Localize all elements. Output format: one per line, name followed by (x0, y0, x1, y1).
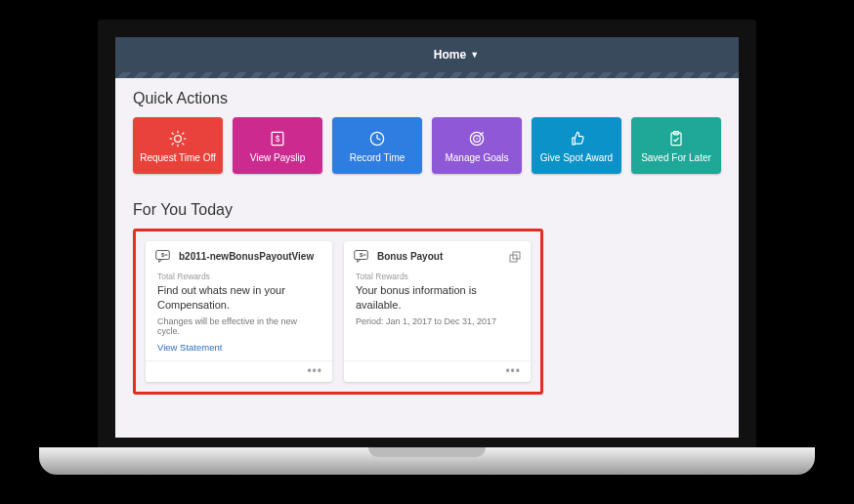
laptop-base (39, 447, 815, 475)
svg-text:$=: $= (161, 252, 168, 258)
thumbs-up-icon (567, 129, 586, 148)
quick-tile-saved-for-later[interactable]: Saved For Later (631, 117, 721, 174)
quick-tile-record-time[interactable]: Record Time (332, 117, 422, 174)
target-icon (467, 129, 487, 148)
money-chat-icon: $= (155, 249, 173, 264)
svg-text:$: $ (276, 133, 280, 143)
view-statement-link[interactable]: View Statement (157, 342, 222, 353)
money-chat-icon: $= (354, 249, 371, 264)
card-bonus-payout-new[interactable]: $= b2011-newBonusPayoutView Total Reward… (146, 241, 332, 382)
clock-icon (367, 129, 387, 148)
quick-tile-label: Request Time Off (140, 152, 216, 163)
more-icon[interactable]: ••• (505, 364, 521, 378)
quick-tile-label: Give Spot Award (540, 152, 613, 163)
quick-tile-give-spot-award[interactable]: Give Spot Award (532, 117, 621, 174)
svg-text:$=: $= (360, 252, 366, 258)
svg-point-16 (476, 138, 478, 140)
quick-tile-label: Record Time (350, 152, 406, 163)
for-you-title: For You Today (133, 201, 721, 219)
chevron-down-icon: ▼ (470, 50, 479, 60)
for-you-section: For You Today $= b2011-newBonusPayoutVie… (133, 201, 721, 395)
card-title: Your bonus information is available. (356, 283, 519, 313)
nav-home-label: Home (434, 48, 466, 62)
payslip-icon: $ (268, 129, 287, 148)
quick-tile-manage-goals[interactable]: Manage Goals (432, 117, 522, 174)
svg-line-7 (172, 143, 174, 145)
highlighted-cards: $= b2011-newBonusPayoutView Total Reward… (133, 229, 543, 395)
card-category: Total Rewards (157, 272, 320, 281)
card-bonus-payout[interactable]: $= Bonus Payout Total Rewards Your bonus… (344, 241, 531, 382)
svg-line-13 (377, 139, 380, 140)
quick-tile-label: Saved For Later (641, 152, 711, 163)
clipboard-icon (666, 129, 686, 148)
quick-actions-title: Quick Actions (133, 90, 721, 107)
more-icon[interactable]: ••• (307, 364, 322, 378)
quick-tile-label: Manage Goals (445, 152, 508, 163)
card-subtitle: Changes will be effective in the new cyc… (157, 316, 320, 336)
svg-line-6 (182, 143, 184, 145)
quick-tile-request-time-off[interactable]: Request Time Off (133, 117, 223, 174)
svg-point-0 (175, 135, 182, 142)
card-subtitle: Period: Jan 1, 2017 to Dec 31, 2017 (356, 316, 519, 326)
svg-line-5 (172, 132, 174, 134)
sun-icon (168, 129, 188, 148)
nav-home[interactable]: Home ▼ (434, 48, 479, 62)
popout-icon[interactable] (509, 251, 521, 263)
card-title: Find out whats new in your Compensation. (157, 283, 320, 313)
card-header-label: b2011-newBonusPayoutView (179, 251, 314, 262)
card-header-label: Bonus Payout (377, 251, 443, 262)
top-nav: Home ▼ (115, 37, 739, 72)
card-category: Total Rewards (356, 272, 519, 281)
quick-tile-label: View Payslip (250, 152, 306, 163)
svg-line-8 (182, 132, 184, 134)
laptop-notch (368, 447, 486, 457)
quick-tile-view-payslip[interactable]: $ View Payslip (233, 117, 322, 174)
quick-actions-section: Quick Actions Request Time Off $ View Pa… (133, 90, 721, 174)
